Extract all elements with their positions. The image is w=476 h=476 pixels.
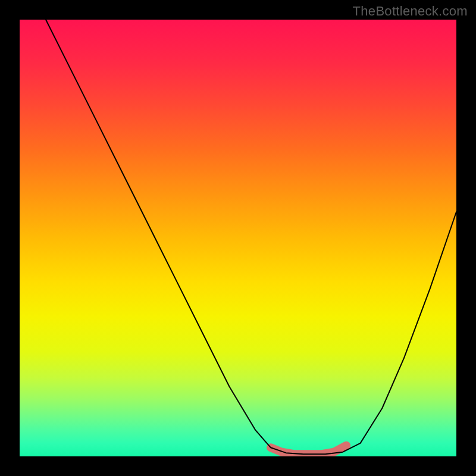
bottleneck-curve <box>46 20 456 454</box>
curve-layer <box>20 20 456 456</box>
plot-area <box>20 20 456 456</box>
chart-stage: TheBottleneck.com <box>0 0 476 476</box>
watermark-text: TheBottleneck.com <box>353 4 468 19</box>
